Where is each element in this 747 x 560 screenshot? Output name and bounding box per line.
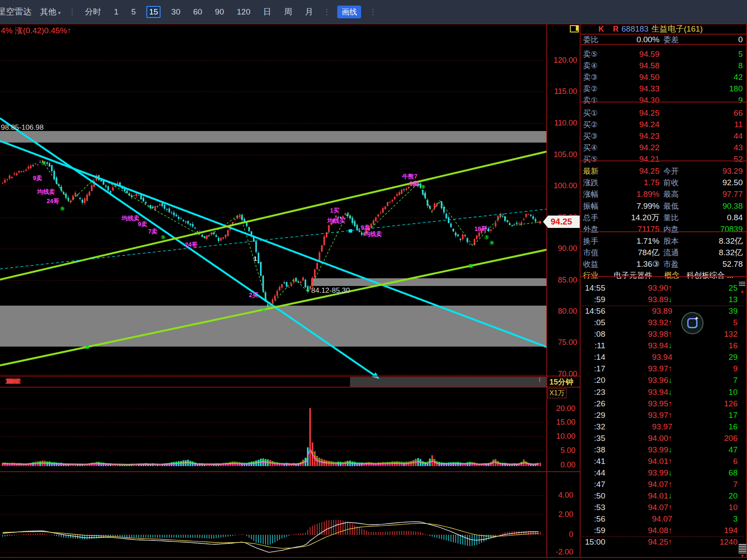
tick-price: 94.00↑ [619,433,672,443]
tick-time: :05 [582,318,605,328]
tick-row: :2693.95↑126 [581,399,746,409]
quote-panel: K R 688183 生益电子(161) 委比 0.00% 委差 0 卖⑤94.… [580,24,747,557]
ask-row: 卖①94.309 [581,95,746,105]
chart-annotation: 均线卖 [364,230,382,238]
tick-time: :44 [582,468,605,478]
tick-time: :41 [582,456,605,467]
detail-row: 涨幅1.89%最高97.77 [581,189,746,199]
trendline-handle[interactable] [349,229,352,233]
detail-row: 涨跌1.75前收92.50 [581,178,746,188]
tick-volume: 17 [679,410,738,420]
tick-volume: 47 [679,445,738,455]
chart-annotation: 9卖 [409,180,419,188]
detail-label-1: 换手 [583,236,598,246]
tick-time: :26 [582,399,605,409]
ai-assistant-button[interactable]: ✦ [681,312,703,334]
volume-scale-label: X1万 [548,388,566,398]
down-arrow-icon: ↓ [668,468,673,477]
tick-time: :11 [582,341,605,351]
scroll-up-icon[interactable]: ▲ [738,289,746,294]
detail-value-1: 1.71% [606,236,659,246]
volume-axis-label: 10.00 [550,432,575,441]
tick-time: :29 [582,410,605,420]
tick-row: :0893.98↑132 [581,329,746,339]
bottom-border [0,557,747,558]
tick-row: :5694.073 [581,514,746,524]
price-band [0,306,547,347]
tick-price: 94.07↑ [619,479,672,490]
bid-price: 94.22 [606,143,659,153]
chart-annotation: ⑨ [60,205,65,212]
timeline-position-tick [539,377,540,382]
splitter-grip[interactable] [739,282,745,286]
tick-volume: 25 [679,283,738,293]
detail-label-2: 内盘 [663,224,679,234]
timeline-scrollbar-thumb[interactable] [350,377,546,387]
trendline-green-upper[interactable] [0,152,547,280]
detail-value-1: 1.89% [606,189,659,199]
tick-volume: 1240 [679,537,738,547]
volume-bars [2,408,541,466]
chart-annotation: 7卖 [148,228,158,236]
detail-divider [581,231,746,232]
weibi-row: 委比 0.00% 委差 0 [581,35,746,45]
down-arrow-icon: ↓ [668,341,673,350]
detail-value-1: 7.99% [606,201,659,211]
industry-value: 电子元器件 [614,270,652,280]
chart-annotation: 均线买 [327,217,345,225]
tick-price: 93.97↑ [619,410,672,420]
trendline-handle[interactable] [469,264,473,268]
ask-qty: 8 [657,61,743,71]
up-arrow-icon: ↑ [668,318,673,327]
trendline-handle[interactable] [85,345,89,349]
chart-annotation: 9卖 [138,221,147,228]
current-price-tag: 94.25 [543,216,580,228]
up-arrow-icon: ↑ [668,480,673,489]
up-arrow-icon: ↑ [668,434,673,443]
detail-value-2: 0.84 [686,213,743,223]
trendline-cyan-dashed[interactable] [0,209,547,269]
tick-time: :59 [582,525,605,536]
tick-time: :14 [582,352,605,362]
ask-label: 卖④ [583,61,598,71]
tick-row: :5994.08↑194 [581,525,746,536]
tick-price: 93.89 [619,306,672,316]
tick-price: 94.07↑ [619,502,672,513]
chart-annotation: 9卖 [33,175,42,182]
tick-row: :4794.07↑7 [581,479,746,490]
tick-volume: 7 [679,479,738,490]
tick-volume: 206 [679,433,738,443]
tick-row: 14:5593.90↑25 [581,283,746,293]
bid-row: 买③94.2344 [581,131,746,141]
tick-time: :50 [582,491,605,501]
detail-row: 换手1.71%股本8.32亿 [581,236,746,246]
detail-value-1: 784亿 [606,248,659,258]
bid-row: 买②94.2411 [581,120,746,130]
up-arrow-icon: ↑ [668,503,673,512]
industry-row: 行业电子元器件概念科创板综合 ... [581,270,746,280]
detail-label-1: 振幅 [583,201,598,211]
chart-annotation: 1买 [330,207,339,215]
chart-annotation: ⑨ [420,184,426,190]
industry-label: 行业 [583,270,598,280]
tick-price: 93.92↑ [619,318,672,328]
down-arrow-icon: ↓ [668,491,673,500]
chart-annotation: 18哥 [474,225,487,233]
tick-time: :08 [582,329,605,339]
up-arrow-icon: ↑ [668,526,673,535]
tick-volume: 9 [679,364,738,374]
volume-axis-label: 0.00 [550,461,575,470]
tick-row: :5094.01↓20 [581,491,746,501]
scrollbar-thumb[interactable] [738,544,747,554]
macd-axis-label: -2.00 [548,548,573,557]
tick-volume: 16 [679,341,738,351]
r-toggle[interactable]: R [613,24,619,34]
volume-axis-label: 15.00 [550,418,575,427]
detail-label-1: 市值 [583,248,598,258]
bid-row: 买①94.2566 [581,108,746,118]
mini-window-icon[interactable] [570,25,579,32]
detail-value-2: 97.77 [686,189,743,199]
k-line-toggle[interactable]: K [598,24,604,34]
tick-row: :3293.9716 [581,422,746,432]
detail-label-1: 收益 [583,259,598,269]
